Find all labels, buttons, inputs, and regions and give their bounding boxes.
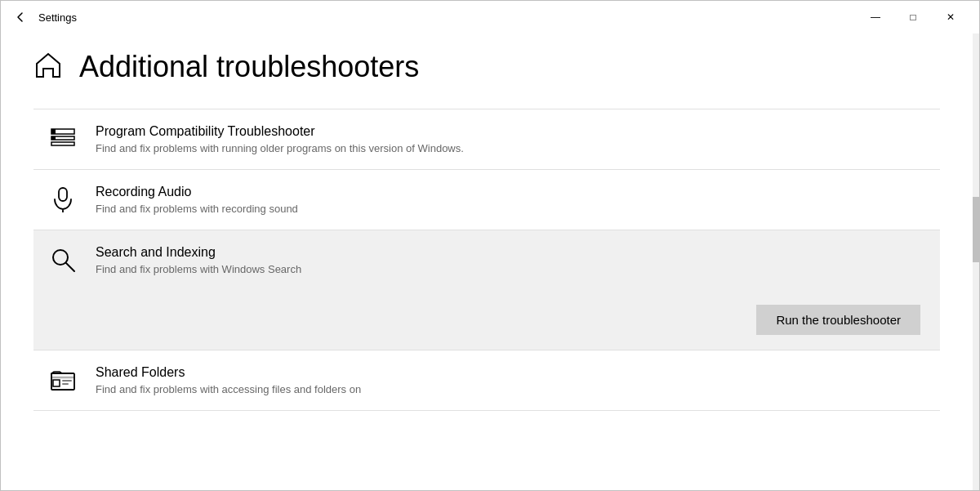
shared-folders-icon — [47, 365, 79, 393]
svg-rect-4 — [51, 136, 56, 140]
item-text: Recording Audio Find and fix problems wi… — [96, 185, 927, 215]
search-indexing-icon — [47, 245, 79, 273]
item-name: Program Compatibility Troubleshooter — [96, 124, 927, 139]
svg-rect-11 — [62, 380, 72, 382]
item-text: Shared Folders Find and fix problems wit… — [96, 365, 927, 395]
svg-rect-5 — [59, 188, 67, 201]
titlebar: Settings — □ ✕ — [1, 1, 979, 33]
item-name: Shared Folders — [96, 365, 927, 380]
item-name: Recording Audio — [96, 185, 927, 199]
recording-audio-icon — [47, 185, 79, 212]
scrollbar[interactable] — [973, 33, 979, 490]
item-text: Program Compatibility Troubleshooter Fin… — [96, 124, 927, 154]
list-item[interactable]: Program Compatibility Troubleshooter Fin… — [33, 109, 940, 170]
home-icon — [33, 51, 63, 83]
svg-rect-9 — [51, 377, 74, 378]
troubleshooter-list: Program Compatibility Troubleshooter Fin… — [33, 109, 940, 411]
list-item[interactable]: Recording Audio Find and fix problems wi… — [33, 170, 940, 230]
list-item[interactable]: Shared Folders Find and fix problems wit… — [33, 350, 940, 411]
svg-line-7 — [66, 263, 74, 271]
run-troubleshooter-button[interactable]: Run the troubleshooter — [756, 305, 920, 335]
titlebar-controls: — □ ✕ — [857, 1, 969, 33]
window-title: Settings — [38, 11, 77, 24]
back-button[interactable] — [11, 7, 30, 27]
svg-rect-10 — [53, 380, 60, 386]
page-header: Additional troubleshooters — [33, 50, 940, 84]
run-troubleshooter-container: Run the troubleshooter — [47, 305, 927, 335]
svg-rect-12 — [62, 383, 69, 385]
minimize-button[interactable]: — — [857, 1, 894, 33]
program-compat-icon — [47, 124, 79, 152]
titlebar-left: Settings — [11, 7, 77, 27]
maximize-button[interactable]: □ — [894, 1, 932, 33]
item-name: Search and Indexing — [96, 245, 927, 260]
page-title: Additional troubleshooters — [79, 50, 419, 84]
item-desc: Find and fix problems with Windows Searc… — [96, 263, 927, 275]
svg-rect-3 — [51, 129, 56, 134]
content-area: Additional troubleshooters — [1, 33, 979, 490]
list-item[interactable]: Search and Indexing Find and fix problem… — [33, 230, 940, 350]
settings-window: Settings — □ ✕ Additional troubleshooter… — [0, 0, 980, 491]
close-button[interactable]: ✕ — [932, 1, 969, 33]
item-desc: Find and fix problems with recording sou… — [96, 203, 927, 215]
svg-rect-2 — [51, 142, 74, 145]
item-desc: Find and fix problems with running older… — [96, 142, 927, 154]
main-content: Additional troubleshooters — [1, 33, 973, 490]
item-desc: Find and fix problems with accessing fil… — [96, 383, 927, 395]
item-text: Search and Indexing Find and fix problem… — [96, 245, 927, 275]
item-top: Search and Indexing Find and fix problem… — [47, 245, 927, 275]
scrollbar-thumb[interactable] — [973, 197, 979, 262]
